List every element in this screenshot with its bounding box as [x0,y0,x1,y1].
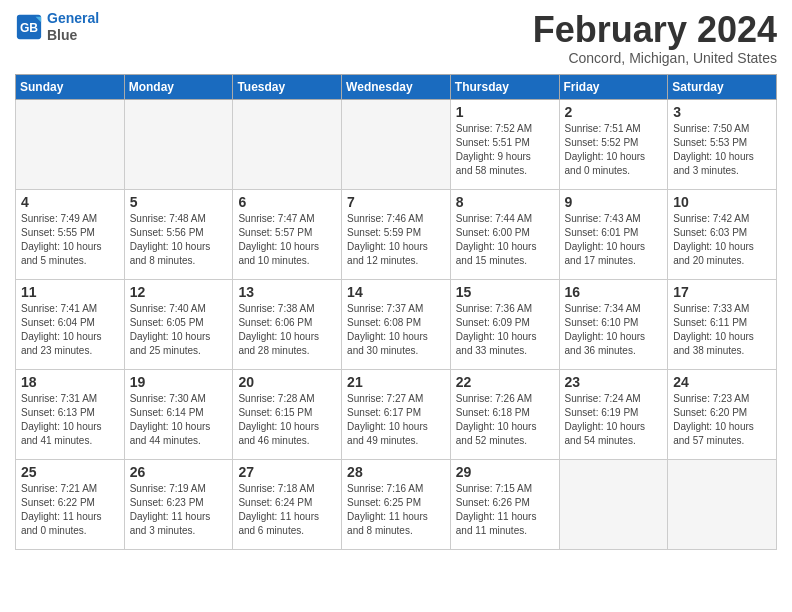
day-info: Sunrise: 7:16 AM Sunset: 6:25 PM Dayligh… [347,482,445,538]
column-header-wednesday: Wednesday [342,74,451,99]
column-header-thursday: Thursday [450,74,559,99]
calendar-cell: 24Sunrise: 7:23 AM Sunset: 6:20 PM Dayli… [668,369,777,459]
week-row-5: 25Sunrise: 7:21 AM Sunset: 6:22 PM Dayli… [16,459,777,549]
header-row: SundayMondayTuesdayWednesdayThursdayFrid… [16,74,777,99]
calendar-cell: 13Sunrise: 7:38 AM Sunset: 6:06 PM Dayli… [233,279,342,369]
day-info: Sunrise: 7:28 AM Sunset: 6:15 PM Dayligh… [238,392,336,448]
day-info: Sunrise: 7:30 AM Sunset: 6:14 PM Dayligh… [130,392,228,448]
calendar-cell: 11Sunrise: 7:41 AM Sunset: 6:04 PM Dayli… [16,279,125,369]
day-number: 23 [565,374,663,390]
day-number: 11 [21,284,119,300]
day-number: 3 [673,104,771,120]
location-subtitle: Concord, Michigan, United States [533,50,777,66]
calendar-cell [124,99,233,189]
calendar-table: SundayMondayTuesdayWednesdayThursdayFrid… [15,74,777,550]
svg-text:GB: GB [20,20,38,34]
day-info: Sunrise: 7:24 AM Sunset: 6:19 PM Dayligh… [565,392,663,448]
calendar-cell: 26Sunrise: 7:19 AM Sunset: 6:23 PM Dayli… [124,459,233,549]
calendar-cell [342,99,451,189]
day-info: Sunrise: 7:19 AM Sunset: 6:23 PM Dayligh… [130,482,228,538]
day-number: 28 [347,464,445,480]
day-number: 15 [456,284,554,300]
calendar-cell: 21Sunrise: 7:27 AM Sunset: 6:17 PM Dayli… [342,369,451,459]
day-number: 26 [130,464,228,480]
day-info: Sunrise: 7:26 AM Sunset: 6:18 PM Dayligh… [456,392,554,448]
day-number: 14 [347,284,445,300]
week-row-2: 4Sunrise: 7:49 AM Sunset: 5:55 PM Daylig… [16,189,777,279]
calendar-cell: 10Sunrise: 7:42 AM Sunset: 6:03 PM Dayli… [668,189,777,279]
day-number: 1 [456,104,554,120]
logo-line2: Blue [47,27,99,44]
day-number: 20 [238,374,336,390]
calendar-cell: 25Sunrise: 7:21 AM Sunset: 6:22 PM Dayli… [16,459,125,549]
day-number: 21 [347,374,445,390]
calendar-cell: 7Sunrise: 7:46 AM Sunset: 5:59 PM Daylig… [342,189,451,279]
day-number: 13 [238,284,336,300]
day-info: Sunrise: 7:21 AM Sunset: 6:22 PM Dayligh… [21,482,119,538]
column-header-sunday: Sunday [16,74,125,99]
day-info: Sunrise: 7:46 AM Sunset: 5:59 PM Dayligh… [347,212,445,268]
logo-icon: GB [15,13,43,41]
day-number: 9 [565,194,663,210]
calendar-cell: 20Sunrise: 7:28 AM Sunset: 6:15 PM Dayli… [233,369,342,459]
calendar-cell [16,99,125,189]
day-number: 22 [456,374,554,390]
day-number: 8 [456,194,554,210]
day-info: Sunrise: 7:34 AM Sunset: 6:10 PM Dayligh… [565,302,663,358]
week-row-1: 1Sunrise: 7:52 AM Sunset: 5:51 PM Daylig… [16,99,777,189]
column-header-friday: Friday [559,74,668,99]
logo-line1: General [47,10,99,27]
day-info: Sunrise: 7:44 AM Sunset: 6:00 PM Dayligh… [456,212,554,268]
calendar-cell: 14Sunrise: 7:37 AM Sunset: 6:08 PM Dayli… [342,279,451,369]
day-info: Sunrise: 7:38 AM Sunset: 6:06 PM Dayligh… [238,302,336,358]
calendar-cell [559,459,668,549]
calendar-cell: 3Sunrise: 7:50 AM Sunset: 5:53 PM Daylig… [668,99,777,189]
calendar-cell: 12Sunrise: 7:40 AM Sunset: 6:05 PM Dayli… [124,279,233,369]
day-number: 12 [130,284,228,300]
calendar-cell: 4Sunrise: 7:49 AM Sunset: 5:55 PM Daylig… [16,189,125,279]
day-info: Sunrise: 7:49 AM Sunset: 5:55 PM Dayligh… [21,212,119,268]
calendar-cell: 28Sunrise: 7:16 AM Sunset: 6:25 PM Dayli… [342,459,451,549]
column-header-monday: Monday [124,74,233,99]
day-number: 18 [21,374,119,390]
day-info: Sunrise: 7:47 AM Sunset: 5:57 PM Dayligh… [238,212,336,268]
calendar-cell: 1Sunrise: 7:52 AM Sunset: 5:51 PM Daylig… [450,99,559,189]
day-number: 4 [21,194,119,210]
day-number: 24 [673,374,771,390]
day-info: Sunrise: 7:31 AM Sunset: 6:13 PM Dayligh… [21,392,119,448]
day-info: Sunrise: 7:42 AM Sunset: 6:03 PM Dayligh… [673,212,771,268]
calendar-cell: 29Sunrise: 7:15 AM Sunset: 6:26 PM Dayli… [450,459,559,549]
day-info: Sunrise: 7:33 AM Sunset: 6:11 PM Dayligh… [673,302,771,358]
day-info: Sunrise: 7:37 AM Sunset: 6:08 PM Dayligh… [347,302,445,358]
calendar-cell: 6Sunrise: 7:47 AM Sunset: 5:57 PM Daylig… [233,189,342,279]
calendar-cell: 18Sunrise: 7:31 AM Sunset: 6:13 PM Dayli… [16,369,125,459]
calendar-cell: 8Sunrise: 7:44 AM Sunset: 6:00 PM Daylig… [450,189,559,279]
day-info: Sunrise: 7:43 AM Sunset: 6:01 PM Dayligh… [565,212,663,268]
day-number: 27 [238,464,336,480]
logo: GB General Blue [15,10,99,44]
calendar-cell: 5Sunrise: 7:48 AM Sunset: 5:56 PM Daylig… [124,189,233,279]
week-row-4: 18Sunrise: 7:31 AM Sunset: 6:13 PM Dayli… [16,369,777,459]
calendar-cell: 2Sunrise: 7:51 AM Sunset: 5:52 PM Daylig… [559,99,668,189]
month-title: February 2024 [533,10,777,50]
day-number: 5 [130,194,228,210]
column-header-tuesday: Tuesday [233,74,342,99]
day-info: Sunrise: 7:52 AM Sunset: 5:51 PM Dayligh… [456,122,554,178]
calendar-cell: 22Sunrise: 7:26 AM Sunset: 6:18 PM Dayli… [450,369,559,459]
day-info: Sunrise: 7:50 AM Sunset: 5:53 PM Dayligh… [673,122,771,178]
day-info: Sunrise: 7:51 AM Sunset: 5:52 PM Dayligh… [565,122,663,178]
day-number: 25 [21,464,119,480]
day-info: Sunrise: 7:48 AM Sunset: 5:56 PM Dayligh… [130,212,228,268]
day-info: Sunrise: 7:36 AM Sunset: 6:09 PM Dayligh… [456,302,554,358]
title-block: February 2024 Concord, Michigan, United … [533,10,777,66]
day-info: Sunrise: 7:15 AM Sunset: 6:26 PM Dayligh… [456,482,554,538]
calendar-cell: 16Sunrise: 7:34 AM Sunset: 6:10 PM Dayli… [559,279,668,369]
day-number: 17 [673,284,771,300]
calendar-cell: 19Sunrise: 7:30 AM Sunset: 6:14 PM Dayli… [124,369,233,459]
day-number: 10 [673,194,771,210]
day-number: 7 [347,194,445,210]
calendar-cell [668,459,777,549]
day-info: Sunrise: 7:41 AM Sunset: 6:04 PM Dayligh… [21,302,119,358]
day-info: Sunrise: 7:40 AM Sunset: 6:05 PM Dayligh… [130,302,228,358]
day-number: 6 [238,194,336,210]
